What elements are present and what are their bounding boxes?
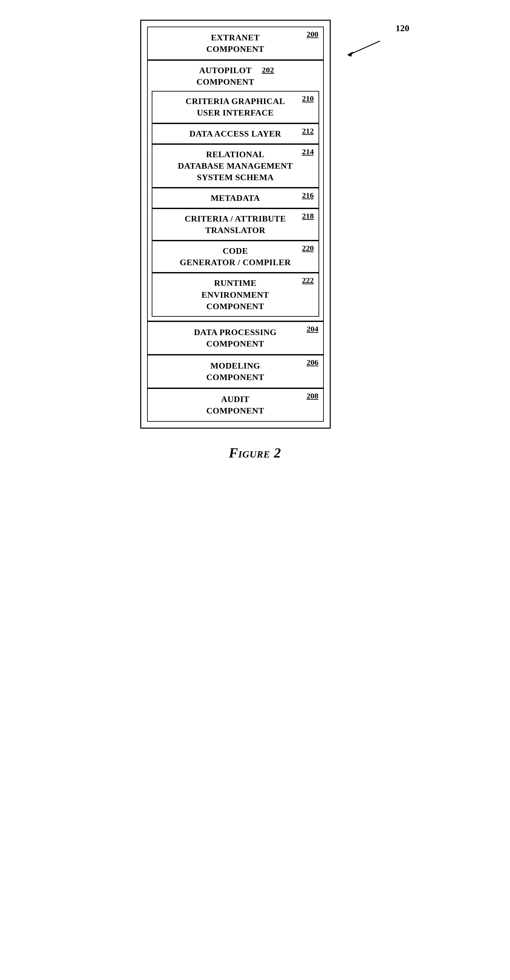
code-generator-box: 220 CODEGENERATOR / COMPILER bbox=[152, 240, 319, 273]
audit-box: 208 AUDIT COMPONENT bbox=[147, 388, 324, 422]
data-access-layer-box: 212 DATA ACCESS LAYER bbox=[152, 123, 319, 144]
figure-caption: Figure 2 bbox=[140, 445, 370, 461]
code-generator-number: 220 bbox=[302, 244, 314, 253]
runtime-env-number: 222 bbox=[302, 276, 314, 285]
extranet-label: EXTRANET COMPONENT bbox=[155, 32, 317, 55]
criteria-translator-number: 218 bbox=[302, 212, 314, 221]
rdbms-schema-number: 214 bbox=[302, 147, 314, 156]
runtime-env-label: RUNTIMEENVIRONMENTCOMPONENT bbox=[158, 277, 313, 312]
diagram-area: 120 200 EXTRANET COMPONENT AUTOPILOT C bbox=[140, 20, 370, 461]
figure-caption-text: Figure 2 bbox=[229, 445, 281, 460]
metadata-number: 216 bbox=[302, 191, 314, 200]
arrow-120-svg bbox=[341, 38, 383, 57]
autopilot-header: AUTOPILOT COMPONENT 202 bbox=[152, 65, 319, 88]
data-access-layer-label: DATA ACCESS LAYER bbox=[158, 128, 313, 140]
audit-number: 208 bbox=[307, 391, 319, 400]
criteria-translator-label: CRITERIA / ATTRIBUTETRANSLATOR bbox=[158, 213, 313, 236]
audit-label: AUDIT COMPONENT bbox=[155, 393, 317, 417]
code-generator-label: CODEGENERATOR / COMPILER bbox=[158, 245, 313, 268]
data-processing-box: 204 DATA PROCESSING COMPONENT bbox=[147, 321, 324, 355]
autopilot-label: AUTOPILOT COMPONENT 202 bbox=[196, 65, 274, 88]
rdbms-schema-box: 214 RELATIONALDATABASE MANAGEMENTSYSTEM … bbox=[152, 144, 319, 188]
autopilot-group: AUTOPILOT COMPONENT 202 210 CRITERIA GRA… bbox=[147, 60, 324, 321]
autopilot-number: 202 bbox=[262, 65, 274, 75]
svg-marker-1 bbox=[347, 51, 353, 57]
page: 120 200 EXTRANET COMPONENT AUTOPILOT C bbox=[0, 0, 510, 980]
svg-line-0 bbox=[351, 41, 380, 54]
inner-boxes: 210 CRITERIA GRAPHICALUSER INTERFACE 212… bbox=[152, 91, 319, 317]
runtime-env-box: 222 RUNTIMEENVIRONMENTCOMPONENT bbox=[152, 273, 319, 317]
data-processing-number: 204 bbox=[307, 325, 319, 333]
criteria-translator-box: 218 CRITERIA / ATTRIBUTETRANSLATOR bbox=[152, 208, 319, 240]
modeling-box: 206 MODELING COMPONENT bbox=[147, 355, 324, 388]
data-processing-label: DATA PROCESSING COMPONENT bbox=[155, 326, 317, 350]
modeling-number: 206 bbox=[307, 358, 319, 367]
metadata-box: 216 METADATA bbox=[152, 188, 319, 208]
modeling-label: MODELING COMPONENT bbox=[155, 360, 317, 383]
criteria-gui-box: 210 CRITERIA GRAPHICALUSER INTERFACE bbox=[152, 91, 319, 123]
criteria-gui-number: 210 bbox=[302, 94, 314, 103]
extranet-component-box: 200 EXTRANET COMPONENT bbox=[147, 27, 324, 60]
criteria-gui-label: CRITERIA GRAPHICALUSER INTERFACE bbox=[158, 95, 313, 118]
rdbms-schema-label: RELATIONALDATABASE MANAGEMENTSYSTEM SCHE… bbox=[158, 149, 313, 183]
outer-box: 200 EXTRANET COMPONENT AUTOPILOT COMPONE… bbox=[140, 20, 331, 429]
metadata-label: METADATA bbox=[158, 192, 313, 204]
extranet-number: 200 bbox=[307, 30, 319, 39]
data-access-layer-number: 212 bbox=[302, 127, 314, 135]
label-120: 120 bbox=[396, 23, 410, 33]
